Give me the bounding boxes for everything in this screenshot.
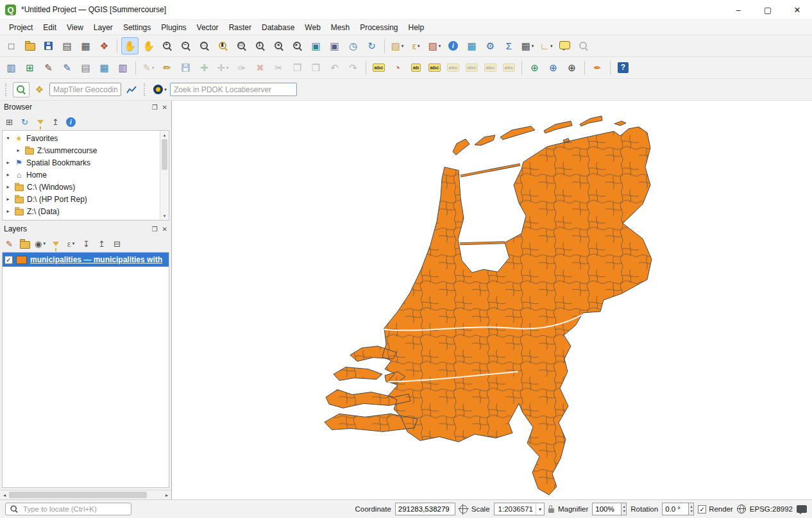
delete-selected[interactable]: ✖ (251, 59, 269, 76)
new-project[interactable]: □ (3, 37, 20, 54)
layer-labeling-options[interactable]: abc (370, 59, 387, 76)
minimize-button[interactable]: – (723, 0, 753, 19)
toggle-editing[interactable]: ✏ (158, 59, 176, 76)
browser-add-selected-layers[interactable]: ⊞ (2, 115, 17, 130)
render-checkbox[interactable]: ✓ (698, 505, 706, 514)
open-attribute-table[interactable]: ▦▾ (519, 37, 536, 54)
open-project[interactable] (21, 37, 38, 54)
copy-features[interactable]: ❐ (289, 59, 306, 76)
panels-hscrollbar[interactable]: ◂ ▸ (0, 490, 171, 499)
layer-visibility-checkbox[interactable]: ✓ (4, 256, 13, 264)
menu-plugins[interactable]: Plugins (156, 21, 191, 34)
menu-view[interactable]: View (62, 21, 89, 34)
geocode-search[interactable]: ⊕ (545, 59, 562, 76)
dropdown-arrow-icon[interactable]: ▾ (439, 44, 441, 49)
collapse-all[interactable]: ↥ (94, 237, 109, 251)
manage-map-themes[interactable]: ◉▾ (33, 237, 47, 251)
dropdown-arrow-icon[interactable]: ▾ (418, 44, 420, 49)
maptiler-search-button[interactable] (13, 82, 30, 97)
scrollbar-thumb[interactable] (162, 139, 167, 170)
browser-refresh[interactable]: ↻ (17, 115, 32, 130)
browser-item-d-hp-port-rep[interactable]: ▸D:\ (HP Port Rep) (3, 193, 160, 205)
select-features[interactable]: ▨▾ (389, 37, 406, 54)
expander-icon[interactable]: ▸ (4, 184, 12, 190)
current-edits[interactable]: ✎▾ (140, 59, 157, 76)
new-geopackage-layer[interactable]: ⊞ (21, 59, 38, 76)
spin-up-icon[interactable]: ▴ (690, 505, 692, 509)
close-button[interactable]: ✕ (782, 0, 812, 19)
browser-item-z-data[interactable]: ▸Z:\ (Data) (3, 205, 160, 217)
rotation-input[interactable] (662, 503, 689, 515)
open-data-source-manager[interactable]: ▥ (3, 59, 20, 76)
select-by-expression[interactable]: ε▾ (407, 37, 425, 54)
redo[interactable]: ↷ (344, 59, 362, 76)
map-canvas[interactable] (172, 101, 812, 499)
save-layer-edits[interactable] (177, 59, 194, 76)
zoom-next[interactable]: ▸ (289, 37, 306, 54)
show-hide-labels[interactable]: abc (444, 59, 462, 76)
pdok-services-button[interactable]: ▾ (151, 81, 169, 98)
map-view[interactable] (172, 101, 812, 499)
expander-icon[interactable]: ▸ (4, 208, 12, 214)
close-panel-icon[interactable]: ✕ (162, 226, 167, 233)
expander-icon[interactable]: ▾ (4, 135, 12, 141)
browser-collapse-all[interactable]: ↥ (48, 115, 63, 130)
menu-database[interactable]: Database (257, 21, 300, 34)
menu-edit[interactable]: Edit (38, 21, 62, 34)
new-temporary-scratch-layer[interactable]: ▤ (77, 59, 94, 76)
vertex-tool[interactable]: ✛▾ (214, 59, 232, 76)
menu-processing[interactable]: Processing (355, 21, 403, 34)
paste-features[interactable]: ❒ (307, 59, 325, 76)
menu-mesh[interactable]: Mesh (326, 21, 355, 34)
spin-down-icon[interactable]: ▾ (623, 509, 625, 514)
spin-down-icon[interactable]: ▾ (690, 509, 692, 514)
quickosm-plugin[interactable]: ✒ (589, 59, 606, 76)
layer-diagram-options[interactable]: ◔ (389, 59, 406, 76)
menu-project[interactable]: Project (4, 21, 38, 34)
dropdown-arrow-icon[interactable]: ▾ (532, 44, 534, 49)
spinner-arrows[interactable]: ▴▾ (689, 503, 694, 515)
browser-vscrollbar[interactable]: ▴ ▾ (160, 131, 169, 220)
scroll-down-icon[interactable]: ▾ (164, 212, 166, 220)
zoom-native-resolution[interactable]: 1 (251, 37, 269, 54)
new-spatialite-layer[interactable]: ✎ (58, 59, 76, 76)
spinner-arrows[interactable]: ▴▾ (622, 503, 627, 515)
browser-item-spatial-bookmarks[interactable]: ▸⚑Spatial Bookmarks (3, 156, 160, 169)
zoom-last[interactable]: ◂ (270, 37, 287, 54)
new-mesh-layer[interactable]: ▦ (96, 59, 113, 76)
highlight-pinned-labels[interactable]: abc (426, 59, 443, 76)
expander-icon[interactable]: ▸ (4, 196, 12, 202)
move-label[interactable]: abc (463, 59, 480, 76)
zoom-to-layer[interactable]: ▭ (233, 37, 250, 54)
magnifier-input[interactable] (592, 503, 622, 515)
expander-icon[interactable]: ▸ (4, 160, 12, 165)
save-project[interactable] (40, 37, 57, 54)
messages-icon[interactable] (797, 505, 807, 513)
pdok-locatieserver-input[interactable] (170, 83, 297, 96)
menu-web[interactable]: Web (300, 21, 325, 34)
menu-layer[interactable]: Layer (89, 21, 118, 34)
float-panel-icon[interactable]: ❐ (152, 226, 158, 233)
measure[interactable]: ∟▾ (537, 37, 555, 54)
dropdown-arrow-icon[interactable]: ▾ (43, 241, 46, 246)
dropdown-arrow-icon[interactable]: ▾ (72, 241, 75, 246)
scroll-right-icon[interactable]: ▸ (162, 492, 171, 498)
pin-labels[interactable]: ab (407, 59, 425, 76)
coordinate-input[interactable] (395, 503, 455, 515)
lock-scale-icon[interactable] (548, 508, 554, 513)
menu-help[interactable]: Help (403, 21, 430, 34)
crs-status[interactable]: EPSG:28992 (750, 505, 793, 513)
browser-filter[interactable] (33, 115, 47, 130)
add-group[interactable] (17, 237, 32, 251)
filter-by-expression[interactable]: ε▾ (63, 237, 78, 251)
pan-map[interactable]: ✋ (121, 37, 139, 54)
scrollbar-thumb[interactable] (9, 492, 147, 498)
show-statistical-summary[interactable]: Σ (500, 37, 518, 54)
browser-item-home[interactable]: ▸⌂Home (3, 169, 160, 181)
statistical-summary[interactable]: ▦ (463, 37, 480, 54)
osm-place-search[interactable]: ⊕ (563, 59, 580, 76)
maptiler-style-button[interactable]: ❖ (31, 81, 48, 98)
dropdown-arrow-icon[interactable]: ▾ (152, 65, 155, 71)
processing-toolbox[interactable]: ⚙ (482, 37, 499, 54)
float-panel-icon[interactable]: ❐ (152, 104, 158, 111)
